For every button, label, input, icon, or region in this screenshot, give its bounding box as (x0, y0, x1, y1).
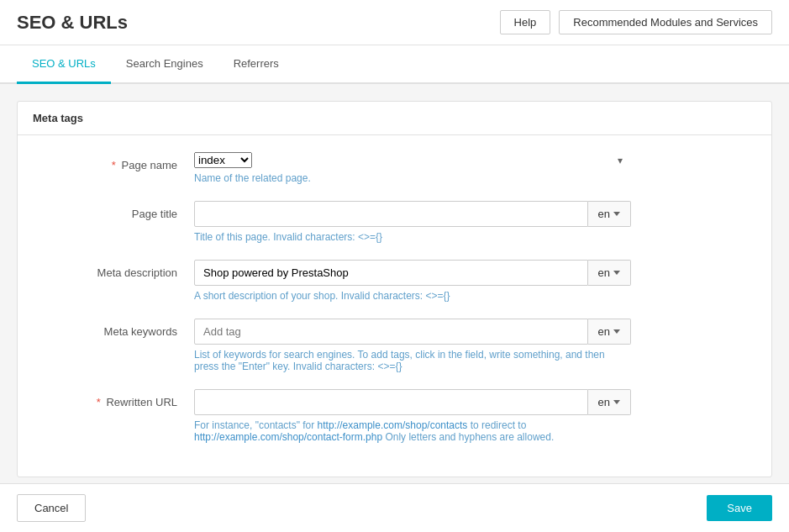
meta-description-row: Meta description en A short description … (43, 260, 746, 302)
page-title-help: Title of this page. Invalid characters: … (194, 231, 631, 243)
meta-description-field: en A short description of your shop. Inv… (194, 260, 631, 302)
rewritten-url-input[interactable] (194, 389, 588, 415)
rewritten-url-link2[interactable]: http://example.com/shop/contact-form.php (194, 431, 382, 443)
page-title-lang-label: en (598, 208, 610, 220)
recommended-button[interactable]: Recommended Modules and Services (559, 10, 772, 34)
card-header: Meta tags (18, 102, 771, 135)
tab-search-engines[interactable]: Search Engines (111, 45, 218, 84)
rewritten-url-lang-label: en (598, 396, 610, 408)
meta-description-input[interactable] (194, 260, 588, 286)
help-button[interactable]: Help (500, 10, 551, 34)
meta-keywords-field: en List of keywords for search engines. … (194, 319, 631, 372)
meta-keywords-lang-chevron (613, 329, 620, 334)
main-content: Meta tags * Page name index contact site… (0, 84, 789, 494)
meta-description-lang-chevron (613, 271, 620, 275)
rewritten-url-input-group: en (194, 389, 631, 415)
rewritten-url-label: * Rewritten URL (43, 389, 194, 408)
meta-keywords-label: Meta keywords (43, 319, 194, 338)
page-title-field: en Title of this page. Invalid character… (194, 201, 631, 243)
page-name-help: Name of the related page. (194, 172, 631, 184)
tabs-bar: SEO & URLs Search Engines Referrers (0, 45, 789, 84)
tab-seo-urls[interactable]: SEO & URLs (17, 45, 111, 84)
page-name-label: * Page name (43, 152, 194, 171)
meta-description-lang-btn[interactable]: en (588, 260, 631, 286)
page-name-select[interactable]: index contact sitemap (194, 152, 252, 168)
rewritten-url-field: en For instance, "contacts" for http://e… (194, 389, 631, 443)
footer-bar: Cancel Save (0, 483, 789, 532)
required-star: * (112, 159, 116, 171)
meta-description-help: A short description of your shop. Invali… (194, 290, 631, 302)
meta-keywords-input[interactable] (194, 319, 588, 345)
meta-description-input-group: en (194, 260, 631, 286)
page-title: SEO & URLs (17, 12, 128, 34)
meta-description-label: Meta description (43, 260, 194, 279)
page-title-lang-btn[interactable]: en (588, 201, 631, 227)
rewritten-url-help: For instance, "contacts" for http://exam… (194, 419, 631, 443)
meta-keywords-lang-btn[interactable]: en (588, 319, 631, 345)
rewritten-url-link1[interactable]: http://example.com/shop/contacts (318, 419, 468, 431)
card-body: * Page name index contact sitemap Name o… (18, 135, 771, 477)
top-bar: SEO & URLs Help Recommended Modules and … (0, 0, 789, 45)
page-name-field: index contact sitemap Name of the relate… (194, 152, 631, 184)
meta-keywords-help: List of keywords for search engines. To … (194, 349, 631, 372)
rewritten-url-row: * Rewritten URL en For instance, "contac… (43, 389, 746, 443)
meta-keywords-row: Meta keywords en List of keywords for se… (43, 319, 746, 372)
meta-keywords-lang-label: en (598, 325, 610, 338)
page-title-row: Page title en Title of this page. Invali… (43, 201, 746, 243)
page-name-row: * Page name index contact sitemap Name o… (43, 152, 746, 184)
rewritten-url-lang-chevron (613, 400, 620, 404)
rewritten-required-star: * (97, 396, 101, 408)
top-buttons: Help Recommended Modules and Services (500, 10, 772, 34)
page-title-input-group: en (194, 201, 631, 227)
page-name-select-wrapper: index contact sitemap (194, 152, 631, 168)
save-button[interactable]: Save (707, 495, 772, 521)
meta-tags-card: Meta tags * Page name index contact site… (17, 101, 772, 477)
page-title-label: Page title (43, 201, 194, 220)
page-title-input[interactable] (194, 201, 588, 227)
cancel-button[interactable]: Cancel (17, 494, 86, 522)
page-title-lang-chevron (613, 212, 620, 216)
meta-description-lang-label: en (598, 266, 610, 279)
rewritten-url-lang-btn[interactable]: en (588, 389, 631, 415)
meta-keywords-input-group: en (194, 319, 631, 345)
tab-referrers[interactable]: Referrers (218, 45, 294, 84)
